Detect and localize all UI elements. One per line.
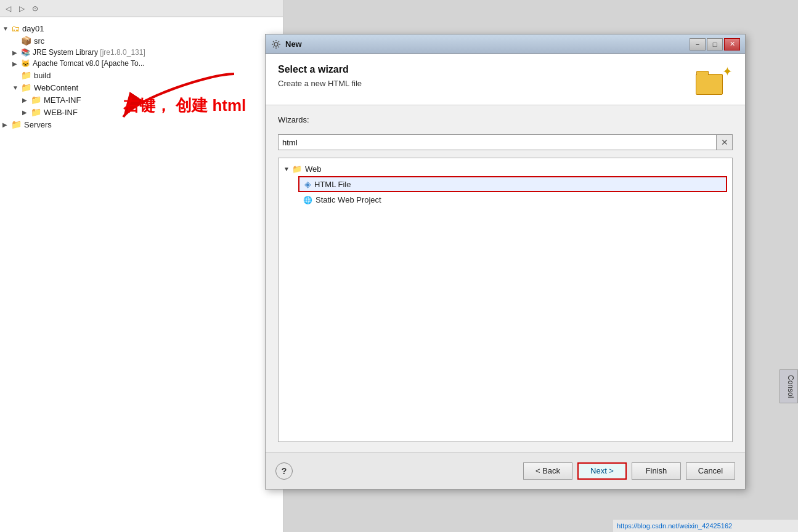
wizards-label: Wizards: [278,115,733,124]
dialog-icon [271,39,282,50]
wizard-item-static-web[interactable]: 🌐 Static Web Project [298,193,730,206]
back-icon[interactable]: ◁ [2,3,14,14]
dialog-header: Select a wizard Create a new HTML file ✦ [266,54,745,105]
tree-item-webcontent[interactable]: ▼ 📁 WebContent [2,81,280,94]
dialog-header-text: Select a wizard Create a new HTML file [278,64,362,88]
forward-icon[interactable]: ▷ [16,3,27,14]
tree-item-web-inf[interactable]: ▶ 📁 WEB-INF [2,106,280,118]
search-clear-button[interactable]: ✕ [717,134,733,150]
wizard-group-web-label: Web [305,164,322,174]
tree-item-tomcat[interactable]: ▶ 🐱 Apache Tomcat v8.0 [Apache To... [2,58,280,69]
tree-item-day01[interactable]: ▼ 🗂 day01 [2,22,280,34]
wizard-item-static-label: Static Web Project [316,195,381,204]
wizard-item-html-file[interactable]: ◈ HTML File [298,176,727,192]
svg-point-1 [274,42,278,46]
tree-item-meta-inf[interactable]: ▶ 📁 META-INF [2,94,280,106]
search-row: ✕ [278,134,733,150]
dialog-title: New [285,39,690,49]
tree-item-servers[interactable]: ▶ 📁 Servers [2,118,280,131]
tree-item-jre[interactable]: ▶ 📚 JRE System Library [jre1.8.0_131] [2,47,280,58]
search-input[interactable] [278,134,717,150]
html-file-icon: ◈ [304,179,311,189]
console-tab[interactable]: Consol [780,369,798,403]
url-bar: https://blog.csdn.net/weixin_42425162 [613,520,798,532]
url-text: https://blog.csdn.net/weixin_42425162 [617,522,732,530]
static-web-icon: 🌐 [303,196,312,204]
minimize-button[interactable]: − [690,38,706,50]
dialog-titlebar: New − □ ✕ [266,34,745,54]
finish-button[interactable]: Finish [632,462,681,480]
wizard-item-html-label: HTML File [314,180,351,189]
dialog-header-title: Select a wizard [278,64,362,75]
wizard-tree[interactable]: ▼ 📁 Web ◈ HTML File 🌐 Static Web Project [278,158,733,442]
next-button[interactable]: Next > [577,462,627,480]
help-button[interactable]: ? [275,462,293,480]
dialog-footer: ? < Back Next > Finish Cancel [266,452,745,489]
refresh-icon[interactable]: ⊙ [30,3,41,14]
wizard-folder-icon [696,74,723,95]
ide-sidebar: ◁ ▷ ⊙ ▼ 🗂 day01 📦 src ▶ 📚 JRE System Lib… [0,0,283,532]
titlebar-controls: − □ ✕ [690,38,740,50]
project-tree: ▼ 🗂 day01 📦 src ▶ 📚 JRE System Library [… [0,17,283,135]
dialog-body: Wizards: ✕ ▼ 📁 Web ◈ HTML File 🌐 Static … [266,105,745,452]
footer-left: ? [275,462,293,480]
footer-right: < Back Next > Finish Cancel [523,462,735,480]
maximize-button[interactable]: □ [707,38,723,50]
dialog-header-subtitle: Create a new HTML file [278,79,362,88]
dialog-header-icon: ✦ [696,64,733,95]
cancel-button[interactable]: Cancel [686,462,735,480]
close-button[interactable]: ✕ [724,38,740,50]
back-button[interactable]: < Back [523,462,572,480]
wizard-group-web[interactable]: ▼ 📁 Web [281,163,730,175]
tree-item-build[interactable]: 📁 build [2,69,280,81]
ide-toolbar: ◁ ▷ ⊙ [0,0,283,17]
sparkle-icon: ✦ [722,64,733,79]
tree-item-src[interactable]: 📦 src [2,34,280,47]
new-wizard-dialog: New − □ ✕ Select a wizard Create a new H… [265,34,746,490]
gear-icon [271,39,281,49]
